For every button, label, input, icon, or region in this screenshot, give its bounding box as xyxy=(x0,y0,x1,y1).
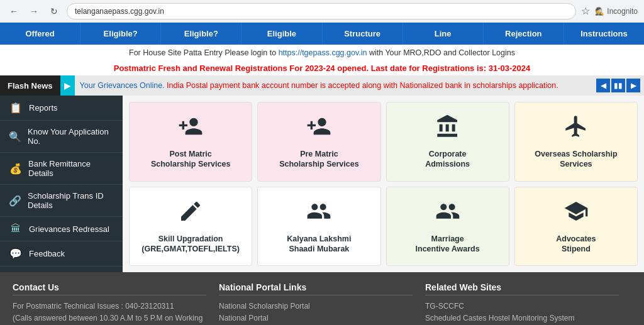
kalyana-lakshmi-icon xyxy=(306,199,331,229)
alert-bar: Postmatric Fresh and Renewal Registratio… xyxy=(0,61,644,75)
sidebar-label-bank-remittance: Bank Remittance Details xyxy=(28,159,114,178)
nav-tab-eligible2[interactable]: Eligible? xyxy=(161,23,242,45)
kalyana-lakshmi-label: Kalyana LakshmiShaadi Mubarak xyxy=(287,234,351,255)
post-matric-label: Post MatricScholarship Services xyxy=(151,149,230,170)
nav-tabs: Offered Eligible? Eligible? Eligible Str… xyxy=(0,23,644,45)
alert-text: Postmatric Fresh and Renewal Registratio… xyxy=(114,63,531,73)
info-bar: For House Site Patta Entry Please login … xyxy=(0,45,644,61)
flash-next-button[interactable]: ▶ xyxy=(626,79,640,92)
info-link[interactable]: https://tgepass.cgg.gov.in xyxy=(279,48,367,57)
flash-arrow-icon: ▶ xyxy=(60,75,75,96)
bank-icon: 💰 xyxy=(9,163,22,175)
flash-text-plain: Your Grievances Online. xyxy=(80,81,165,90)
service-pre-matric[interactable]: Pre MatricScholarship Services xyxy=(257,102,380,182)
nav-tab-offered[interactable]: Offered xyxy=(0,23,80,45)
info-text-after: with Your MRO,RDO and Collector Logins xyxy=(367,48,515,57)
pre-matric-label: Pre MatricScholarship Services xyxy=(279,149,358,170)
reports-icon: 📋 xyxy=(9,102,23,114)
bookmark-icon[interactable]: ☆ xyxy=(581,5,590,17)
flash-pause-button[interactable]: ▮▮ xyxy=(611,79,625,92)
sidebar-item-grievances[interactable]: 🏛 Grievances Redressal xyxy=(0,217,123,241)
sidebar-item-know-application[interactable]: 🔍 Know Your Application No. xyxy=(0,121,123,153)
service-grid: Post MatricScholarship Services Pre Matr… xyxy=(129,102,638,266)
sidebar-item-reports[interactable]: 📋 Reports xyxy=(0,96,123,121)
overseas-scholarship-icon xyxy=(564,114,589,144)
footer-related-title: Related Web Sites xyxy=(425,282,619,295)
footer-contact-line2: (Calls answered between 10.30 A.M to 5 P… xyxy=(13,312,206,325)
service-corporate-admissions[interactable]: CorporateAdmissions xyxy=(386,102,509,182)
service-skill-upgradation[interactable]: Skill Upgradation(GRE,GMAT,TOEFL,IELTS) xyxy=(129,187,252,267)
sidebar-item-bank-remittance[interactable]: 💰 Bank Remittance Details xyxy=(0,153,123,185)
nav-tab-eligible3[interactable]: Eligible xyxy=(242,23,322,45)
nav-tab-line[interactable]: Line xyxy=(403,23,484,45)
skill-upgradation-icon xyxy=(178,199,203,229)
nav-tab-structure[interactable]: Structure xyxy=(323,23,403,45)
footer-link-national-scholarship[interactable]: National Scholarship Portal xyxy=(219,300,413,312)
sidebar-label-reports: Reports xyxy=(29,103,58,113)
footer-national-portal-title: National Portal Links xyxy=(219,282,413,295)
reload-button[interactable]: ↻ xyxy=(47,4,62,19)
search-icon: 🔍 xyxy=(9,131,21,143)
marriage-incentive-label: MarriageIncentive Awards xyxy=(416,234,480,255)
footer-related-sites: Related Web Sites TG-SCCFC Scheduled Cas… xyxy=(425,282,631,325)
marriage-incentive-icon xyxy=(435,199,460,229)
link-icon: 🔗 xyxy=(9,195,21,207)
footer-national-portal: National Portal Links National Scholarsh… xyxy=(219,282,425,325)
service-kalyana-lakshmi[interactable]: Kalyana LakshmiShaadi Mubarak xyxy=(257,187,380,267)
flash-news-row: Flash News ▶ Your Grievances Online. Ind… xyxy=(0,75,644,96)
info-text-before: For House Site Patta Entry Please login … xyxy=(129,48,279,57)
incognito-label: 🕵 Incognito xyxy=(595,7,638,16)
skill-upgradation-label: Skill Upgradation(GRE,GMAT,TOEFL,IELTS) xyxy=(142,234,240,255)
footer: Contact Us For Postmatric Technical Issu… xyxy=(0,272,644,325)
flash-prev-button[interactable]: ◀ xyxy=(596,79,610,92)
footer-contact-line1: For Postmatric Technical Issues : 040-23… xyxy=(13,300,206,312)
corporate-admissions-icon xyxy=(435,114,460,144)
sidebar-label-know-application: Know Your Application No. xyxy=(28,127,114,146)
grievances-icon: 🏛 xyxy=(9,223,23,234)
sidebar-item-feedback[interactable]: 💬 Feedback xyxy=(0,241,123,267)
service-overseas-scholarship[interactable]: Overseas ScholarshipServices xyxy=(514,102,638,182)
browser-chrome: ← → ↻ ☆ 🕵 Incognito xyxy=(0,0,644,23)
url-bar[interactable] xyxy=(67,3,576,19)
service-post-matric[interactable]: Post MatricScholarship Services xyxy=(129,102,252,182)
post-matric-icon xyxy=(178,114,203,144)
flash-news-text: Your Grievances Online. India Postal pay… xyxy=(75,81,592,90)
pre-matric-icon xyxy=(306,114,331,144)
advocates-stipend-icon xyxy=(564,199,589,229)
flash-controls: ◀ ▮▮ ▶ xyxy=(592,79,644,92)
advocates-stipend-label: AdvocatesStipend xyxy=(556,234,596,255)
sidebar-label-scholarship-trans: Scholarship Trans ID Details xyxy=(28,191,114,210)
forward-button[interactable]: → xyxy=(26,4,42,19)
nav-tab-instructions[interactable]: Instructions xyxy=(564,23,644,45)
nav-tab-rejection[interactable]: Rejection xyxy=(484,23,564,45)
footer-link-national-portal[interactable]: National Portal xyxy=(219,312,413,324)
nav-tab-eligible1[interactable]: Eligible? xyxy=(80,23,161,45)
footer-contact-title: Contact Us xyxy=(13,282,206,295)
overseas-scholarship-label: Overseas ScholarshipServices xyxy=(535,149,617,170)
feedback-icon: 💬 xyxy=(9,248,23,260)
content-area: Post MatricScholarship Services Pre Matr… xyxy=(123,96,644,272)
flash-news-label: Flash News xyxy=(0,75,60,96)
footer-contact: Contact Us For Postmatric Technical Issu… xyxy=(13,282,219,325)
service-marriage-incentive[interactable]: MarriageIncentive Awards xyxy=(386,187,509,267)
footer-link-sc-hostel[interactable]: Scheduled Castes Hostel Monitoring Syste… xyxy=(425,312,619,324)
sidebar: 📋 Reports 🔍 Know Your Application No. 💰 … xyxy=(0,96,123,272)
flash-text-highlighted: India Postal payment bank account number… xyxy=(167,81,558,90)
corporate-admissions-label: CorporateAdmissions xyxy=(425,149,470,170)
footer-link-tgsccfc[interactable]: TG-SCCFC xyxy=(425,300,619,312)
sidebar-label-feedback: Feedback xyxy=(29,249,65,258)
back-button[interactable]: ← xyxy=(6,4,21,19)
service-advocates-stipend[interactable]: AdvocatesStipend xyxy=(514,187,638,267)
main-layout: 📋 Reports 🔍 Know Your Application No. 💰 … xyxy=(0,96,644,272)
sidebar-label-grievances: Grievances Redressal xyxy=(29,224,109,234)
sidebar-item-scholarship-trans[interactable]: 🔗 Scholarship Trans ID Details xyxy=(0,185,123,217)
